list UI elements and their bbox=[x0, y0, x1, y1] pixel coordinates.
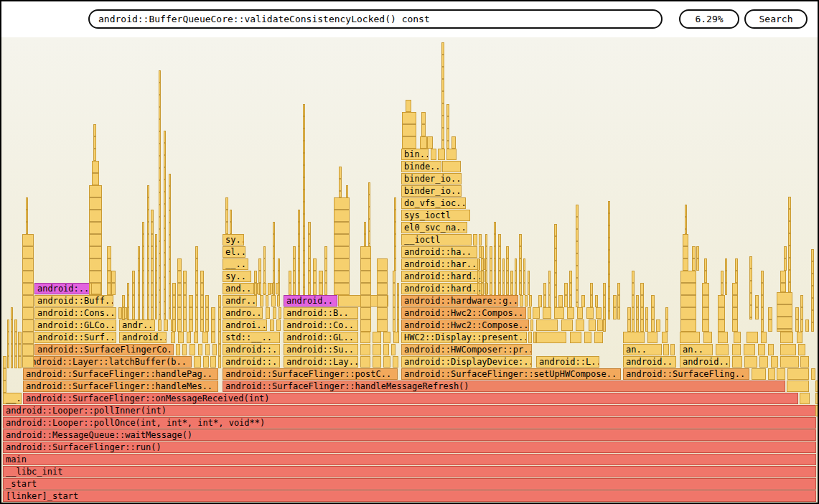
flame-frame-unlabeled[interactable] bbox=[761, 271, 764, 332]
flame-frame-unlabeled[interactable] bbox=[787, 381, 809, 392]
flame-frame-unlabeled[interactable] bbox=[159, 70, 161, 319]
flame-frame-unlabeled[interactable] bbox=[536, 319, 558, 331]
flame-frame-unlabeled[interactable] bbox=[132, 271, 135, 319]
flame-frame-unlabeled[interactable] bbox=[752, 368, 766, 380]
flame-frame-unlabeled[interactable] bbox=[569, 271, 572, 307]
flame-frame[interactable]: android::SurfaceFlingerCo.. bbox=[34, 344, 174, 355]
flame-frame[interactable]: and.. bbox=[223, 283, 254, 294]
flame-frame-unlabeled[interactable] bbox=[271, 295, 276, 307]
flame-frame-unlabeled[interactable] bbox=[111, 271, 116, 295]
flame-frame-unlabeled[interactable] bbox=[373, 344, 381, 355]
flame-frame-unlabeled[interactable] bbox=[446, 149, 457, 160]
flame-frame-unlabeled[interactable] bbox=[494, 222, 496, 295]
flame-frame-unlabeled[interactable] bbox=[273, 307, 276, 319]
flame-frame-unlabeled[interactable] bbox=[218, 295, 221, 368]
flame-frame-unlabeled[interactable] bbox=[164, 131, 166, 319]
flame-frame[interactable]: android.. bbox=[680, 356, 730, 368]
flame-frame-unlabeled[interactable] bbox=[718, 332, 728, 343]
flame-frame[interactable]: android::SurfaceFlinger::handleMes.. bbox=[23, 381, 218, 392]
flame-frame[interactable]: sys_ioctl bbox=[401, 210, 470, 221]
flame-frame-unlabeled[interactable] bbox=[373, 332, 381, 343]
flame-frame-unlabeled[interactable] bbox=[158, 319, 162, 331]
flame-frame-unlabeled[interactable] bbox=[815, 381, 819, 392]
flame-frame-unlabeled[interactable] bbox=[277, 295, 280, 307]
flame-frame-unlabeled[interactable] bbox=[732, 356, 742, 368]
flame-frame[interactable]: android::.. bbox=[223, 344, 280, 355]
flame-frame-unlabeled[interactable] bbox=[383, 344, 389, 355]
flame-frame-unlabeled[interactable] bbox=[194, 356, 201, 368]
flame-frame[interactable]: binde.. bbox=[401, 161, 441, 172]
flame-frame[interactable]: android::Surf.. bbox=[34, 332, 116, 343]
flame-frame[interactable]: android::MessageQueue::waitMessage() bbox=[3, 429, 816, 441]
flame-frame-unlabeled[interactable] bbox=[651, 295, 655, 332]
flame-frame-unlabeled[interactable] bbox=[183, 271, 187, 332]
flame-frame[interactable]: el.. bbox=[223, 246, 245, 258]
flame-frame-unlabeled[interactable] bbox=[420, 136, 427, 149]
flame-frame[interactable]: android::Buff.. bbox=[34, 295, 113, 307]
flame-frame-unlabeled[interactable] bbox=[734, 332, 741, 343]
flame-frame-unlabeled[interactable] bbox=[26, 197, 28, 234]
flame-frame-unlabeled[interactable] bbox=[276, 283, 279, 294]
flame-frame-unlabeled[interactable] bbox=[394, 197, 396, 271]
flame-frame-unlabeled[interactable] bbox=[525, 295, 528, 307]
flame-frame-unlabeled[interactable] bbox=[122, 295, 125, 319]
flame-frame[interactable]: android::HWComposer::pr.. bbox=[401, 344, 532, 355]
flame-frame-unlabeled[interactable] bbox=[360, 344, 370, 355]
flame-frame-unlabeled[interactable] bbox=[91, 283, 101, 294]
flame-frame-unlabeled[interactable] bbox=[260, 295, 263, 307]
flame-frame-unlabeled[interactable] bbox=[718, 295, 725, 332]
flame-frame-unlabeled[interactable] bbox=[645, 307, 648, 332]
flame-frame[interactable]: _start bbox=[3, 478, 816, 490]
flame-frame-unlabeled[interactable] bbox=[647, 332, 657, 343]
flame-frame-unlabeled[interactable] bbox=[603, 283, 606, 332]
flame-frame[interactable]: android::Co.. bbox=[284, 319, 358, 331]
flame-frame-unlabeled[interactable] bbox=[721, 271, 724, 295]
flame-frame[interactable]: android::Looper::pollOnce(int, int*, int… bbox=[3, 417, 816, 429]
flame-frame[interactable]: android::SurfaceFlinger::handleMessageRe… bbox=[223, 381, 785, 392]
flame-frame-unlabeled[interactable] bbox=[210, 356, 216, 368]
flame-frame-unlabeled[interactable] bbox=[805, 319, 809, 332]
flame-frame-unlabeled[interactable] bbox=[273, 222, 275, 295]
flame-frame-unlabeled[interactable] bbox=[270, 283, 273, 294]
flame-frame-unlabeled[interactable] bbox=[777, 368, 785, 380]
flame-frame[interactable]: android::Layer::latchBuffer(b.. bbox=[23, 356, 192, 368]
flame-frame-unlabeled[interactable] bbox=[747, 332, 758, 343]
flame-frame-unlabeled[interactable] bbox=[502, 258, 505, 295]
flame-frame-unlabeled[interactable] bbox=[194, 332, 198, 343]
flame-frame-unlabeled[interactable] bbox=[360, 246, 371, 332]
flame-frame-unlabeled[interactable] bbox=[554, 307, 564, 319]
flame-frame-unlabeled[interactable] bbox=[334, 197, 350, 295]
flame-frame-unlabeled[interactable] bbox=[147, 185, 149, 319]
flame-frame-unlabeled[interactable] bbox=[339, 167, 342, 197]
flame-frame[interactable]: [linker]_start bbox=[3, 490, 816, 502]
flame-frame-unlabeled[interactable] bbox=[561, 319, 573, 331]
flame-frame-unlabeled[interactable] bbox=[608, 201, 610, 319]
flame-frame-unlabeled[interactable] bbox=[797, 332, 802, 343]
flame-frame-unlabeled[interactable] bbox=[596, 307, 602, 319]
flame-frame[interactable]: android::SurfaceFlinger::setUpHWCompose.… bbox=[401, 368, 621, 380]
flame-frame-unlabeled[interactable] bbox=[18, 332, 22, 368]
flame-frame-unlabeled[interactable] bbox=[373, 356, 381, 368]
flame-frame[interactable]: HWC2::Display::present.. bbox=[401, 332, 527, 343]
flame-frame-unlabeled[interactable] bbox=[211, 307, 215, 332]
flame-frame[interactable]: android::har.. bbox=[401, 258, 480, 270]
flame-frame-unlabeled[interactable] bbox=[198, 344, 202, 355]
flame-frame[interactable]: android::ha.. bbox=[401, 246, 477, 258]
flame-frame-unlabeled[interactable] bbox=[127, 283, 129, 319]
flame-frame-unlabeled[interactable] bbox=[169, 174, 171, 319]
flame-frame-unlabeled[interactable] bbox=[498, 234, 501, 295]
flame-frame-unlabeled[interactable] bbox=[595, 295, 598, 307]
flame-frame-unlabeled[interactable] bbox=[205, 344, 210, 355]
flame-frame[interactable]: main bbox=[3, 454, 816, 465]
flame-frame-unlabeled[interactable] bbox=[490, 246, 492, 295]
flame-frame[interactable]: android::Hwc2::Compose.. bbox=[401, 319, 529, 331]
flame-frame-unlabeled[interactable] bbox=[663, 344, 669, 355]
flame-frame-unlabeled[interactable] bbox=[732, 344, 741, 355]
flame-frame-unlabeled[interactable] bbox=[536, 332, 566, 343]
flame-frame-unlabeled[interactable] bbox=[640, 283, 644, 332]
flame-frame-unlabeled[interactable] bbox=[211, 332, 215, 343]
flame-frame-unlabeled[interactable] bbox=[485, 234, 487, 295]
flame-frame-unlabeled[interactable] bbox=[138, 246, 140, 319]
flame-frame[interactable]: android::hardware::g.. bbox=[401, 295, 518, 307]
flame-frame-unlabeled[interactable] bbox=[744, 344, 755, 355]
